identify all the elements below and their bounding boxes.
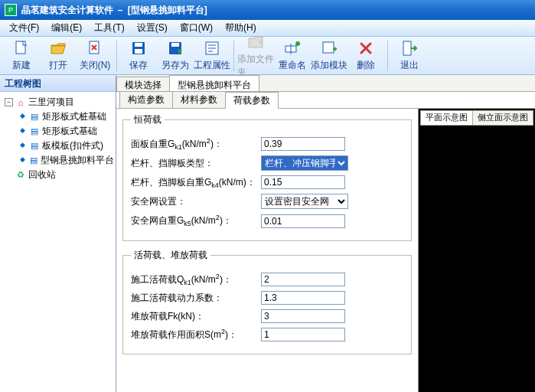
form-label: 堆放荷载Fk(kN)： (131, 310, 261, 323)
menu-item[interactable]: 工具(T) (88, 20, 130, 36)
toolbar-separator (387, 41, 388, 71)
param-tab[interactable]: 材料参数 (172, 91, 226, 108)
group-legend: 活荷载、堆放荷载 (131, 249, 210, 262)
form-row: 堆放荷载作用面积S(m2)： (131, 328, 403, 341)
module-tabs: 模块选择型钢悬挑卸料平台 (116, 75, 535, 92)
form-group: 恒荷载面板自重Gk1(kN/m2)：栏杆、挡脚板类型：栏杆、冲压钢脚手栏杆、挡脚… (122, 113, 412, 241)
form-row: 堆放荷载Fk(kN)： (131, 309, 403, 323)
form-label: 面板自重Gk1(kN/m2)： (131, 137, 261, 151)
toolbar-label: 添加模块 (311, 59, 347, 72)
saveas-icon (166, 39, 184, 57)
toolbar-separator (233, 41, 234, 71)
form-row: 施工活荷载Qk1(kN/m2)： (131, 273, 403, 286)
text-input[interactable] (261, 309, 345, 323)
toolbar-delete-button[interactable]: 删除 (347, 38, 384, 74)
param-tabs: 构造参数材料参数荷载参数 (116, 92, 535, 109)
title-bar: P 晶茗建筑安全计算软件 － [型钢悬挑卸料平台] (0, 0, 535, 20)
leaf-icon: ◆ (18, 156, 26, 165)
menu-item[interactable]: 设置(S) (131, 20, 174, 36)
toolbar-addmod-button[interactable]: 添加模块 (311, 38, 347, 74)
form-row: 安全网自重Gk5(kN/m2)： (131, 214, 403, 227)
open-icon (49, 39, 67, 57)
toolbar-label: 另存为 (161, 59, 189, 72)
toolbar-label: 工程属性 (194, 59, 230, 72)
tree-root-label: 三里河项目 (28, 96, 74, 109)
project-tree[interactable]: − ⌂ 三里河项目 ◆▤矩形板式桩基础◆▤矩形板式基础◆▤板模板(扣件式)◆▤型… (0, 92, 116, 185)
toolbar-rename-button[interactable]: 重命名 (274, 38, 311, 74)
collapse-icon[interactable]: − (5, 98, 13, 106)
toolbar-label: 关闭(N) (80, 59, 111, 72)
content-area: 模块选择型钢悬挑卸料平台 构造参数材料参数荷载参数 恒荷载面板自重Gk1(kN/… (116, 75, 535, 392)
param-tab[interactable]: 荷载参数 (225, 92, 279, 109)
menu-item[interactable]: 编辑(E) (45, 20, 88, 36)
svg-rect-11 (403, 41, 411, 55)
toolbar-saveas-button[interactable]: 另存为 (157, 38, 194, 74)
document-icon: ▤ (29, 142, 40, 151)
menu-item[interactable]: 文件(F) (3, 20, 45, 36)
module-tab[interactable]: 模块选择 (116, 77, 170, 91)
form-group: 活荷载、堆放荷载施工活荷载Qk1(kN/m2)：施工活荷载动力系数：堆放荷载Fk… (122, 249, 412, 354)
preview-panel: 平面示意图侧立面示意图 (418, 109, 535, 392)
sidebar: 工程树图 − ⌂ 三里河项目 ◆▤矩形板式桩基础◆▤矩形板式基础◆▤板模板(扣件… (0, 75, 116, 392)
form-row: 面板自重Gk1(kN/m2)： (131, 137, 403, 151)
form-row: 施工活荷载动力系数： (131, 291, 403, 305)
text-input[interactable] (261, 273, 345, 286)
tree-item[interactable]: ◆▤矩形板式桩基础 (2, 109, 114, 124)
window-title: 晶茗建筑安全计算软件 － [型钢悬挑卸料平台] (21, 4, 207, 17)
form-row: 安全网设置：设置密目安全网 (131, 194, 403, 209)
document-icon: ▤ (29, 127, 40, 136)
addmod-icon (320, 39, 338, 57)
tree-recycle-label: 回收站 (28, 168, 56, 181)
document-icon: ▤ (28, 156, 38, 165)
text-input[interactable] (261, 137, 345, 151)
toolbar-addfolder-button: 添加文件夹 (237, 38, 274, 74)
toolbar-open-button[interactable]: 打开 (40, 38, 77, 74)
tree-root[interactable]: − ⌂ 三里河项目 (2, 95, 114, 109)
form-label: 安全网设置： (131, 195, 261, 208)
svg-rect-4 (135, 49, 142, 54)
toolbar-exit-button[interactable]: 退出 (391, 38, 428, 74)
tree-item-label: 型钢悬挑卸料平台 (41, 154, 114, 167)
sidebar-title: 工程树图 (0, 75, 116, 92)
view-tab[interactable]: 平面示意图 (420, 110, 473, 126)
view-tab[interactable]: 侧立面示意图 (472, 110, 533, 126)
module-tab[interactable]: 型钢悬挑卸料平台 (169, 75, 259, 91)
toolbar-props-button[interactable]: 工程属性 (194, 38, 230, 74)
form-label: 施工活荷载动力系数： (131, 292, 261, 305)
toolbar-new-button[interactable]: 新建 (3, 38, 40, 74)
text-input[interactable] (261, 175, 345, 189)
text-input[interactable] (261, 214, 345, 228)
leaf-icon: ◆ (18, 142, 27, 150)
document-icon: ▤ (29, 113, 40, 122)
toolbar-close-button[interactable]: 关闭(N) (77, 38, 113, 74)
form-row: 栏杆、挡脚板类型：栏杆、冲压钢脚手 (131, 155, 403, 171)
param-tab[interactable]: 构造参数 (119, 91, 173, 108)
form-label: 施工活荷载Qk1(kN/m2)： (131, 273, 261, 286)
toolbar-label: 退出 (400, 59, 419, 72)
tree-item-label: 矩形板式桩基础 (42, 110, 106, 123)
text-input[interactable] (261, 291, 345, 305)
rename-icon (283, 39, 302, 57)
form-label: 栏杆、挡脚板自重Gk4(kN/m)： (131, 176, 261, 189)
svg-rect-0 (16, 41, 25, 54)
toolbar-save-button[interactable]: 保存 (120, 38, 157, 74)
select-input[interactable]: 栏杆、冲压钢脚手 (261, 155, 348, 171)
toolbar-label: 删除 (357, 59, 375, 72)
select-input[interactable]: 设置密目安全网 (261, 194, 348, 209)
tree-item[interactable]: ◆▤型钢悬挑卸料平台 (2, 153, 114, 168)
tree-item[interactable]: ◆▤矩形板式基础 (2, 124, 114, 139)
menu-item[interactable]: 窗口(W) (174, 20, 219, 36)
close-icon (86, 39, 104, 57)
view-tabs: 平面示意图侧立面示意图 (420, 110, 535, 126)
form-row: 栏杆、挡脚板自重Gk4(kN/m)： (131, 175, 403, 189)
tree-item[interactable]: ◆▤板模板(扣件式) (2, 139, 114, 153)
tree-recycle[interactable]: ♻ 回收站 (2, 168, 114, 182)
toolbar: 新建打开关闭(N)保存另存为工程属性添加文件夹重命名添加模块删除退出 (0, 37, 535, 75)
tree-item-label: 板模板(扣件式) (42, 139, 103, 152)
props-icon (203, 39, 221, 57)
svg-rect-3 (135, 43, 142, 47)
text-input[interactable] (261, 328, 345, 341)
form-label: 安全网自重Gk5(kN/m2)： (131, 214, 261, 227)
toolbar-label: 新建 (12, 59, 31, 72)
form-panel: 恒荷载面板自重Gk1(kN/m2)：栏杆、挡脚板类型：栏杆、冲压钢脚手栏杆、挡脚… (116, 109, 418, 392)
